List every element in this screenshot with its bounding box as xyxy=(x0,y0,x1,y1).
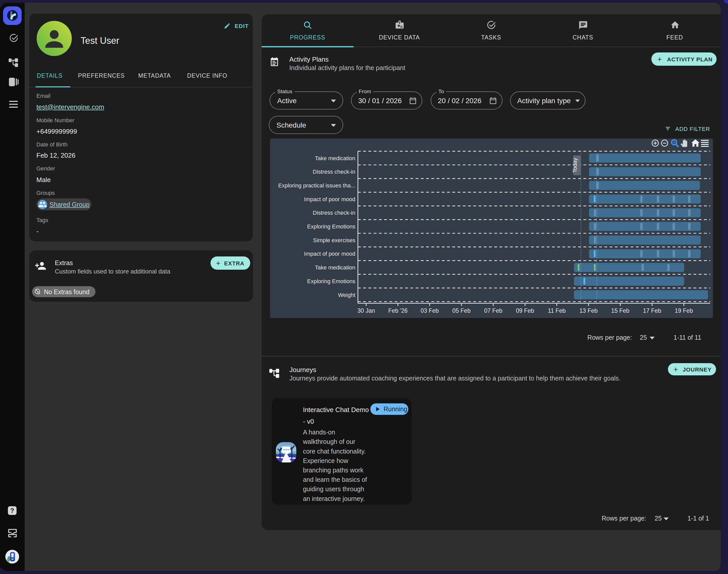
svg-text:Distress check-in: Distress check-in xyxy=(313,210,355,216)
svg-text:Impact of poor mood: Impact of poor mood xyxy=(304,196,355,202)
svg-text:19 Feb: 19 Feb xyxy=(675,308,693,314)
svg-text:17 Feb: 17 Feb xyxy=(643,308,661,314)
svg-text:Distress check-in: Distress check-in xyxy=(313,169,355,175)
svg-text:09 Feb: 09 Feb xyxy=(516,308,534,314)
svg-text:Simple exercises: Simple exercises xyxy=(313,237,355,243)
svg-text:11 Feb: 11 Feb xyxy=(548,308,566,314)
svg-text:Exploring practical issues tha: Exploring practical issues tha... xyxy=(278,182,355,189)
svg-text:Today: Today xyxy=(572,158,578,173)
svg-text:Exploring Emotions: Exploring Emotions xyxy=(307,278,355,284)
svg-text:Take medication: Take medication xyxy=(315,155,355,161)
svg-text:13 Feb: 13 Feb xyxy=(580,308,598,314)
svg-text:Impact of poor mood: Impact of poor mood xyxy=(304,251,355,257)
svg-text:15 Feb: 15 Feb xyxy=(611,308,630,314)
svg-text:30 Jan: 30 Jan xyxy=(357,308,375,314)
svg-text:Exploring Emotions: Exploring Emotions xyxy=(307,223,355,230)
svg-text:03 Feb: 03 Feb xyxy=(421,308,439,314)
svg-text:Weight: Weight xyxy=(338,292,355,298)
svg-text:Take medication: Take medication xyxy=(315,264,355,271)
svg-text:Feb '26: Feb '26 xyxy=(388,308,408,314)
svg-text:05 Feb: 05 Feb xyxy=(452,308,471,314)
svg-text:07 Feb: 07 Feb xyxy=(484,308,503,314)
